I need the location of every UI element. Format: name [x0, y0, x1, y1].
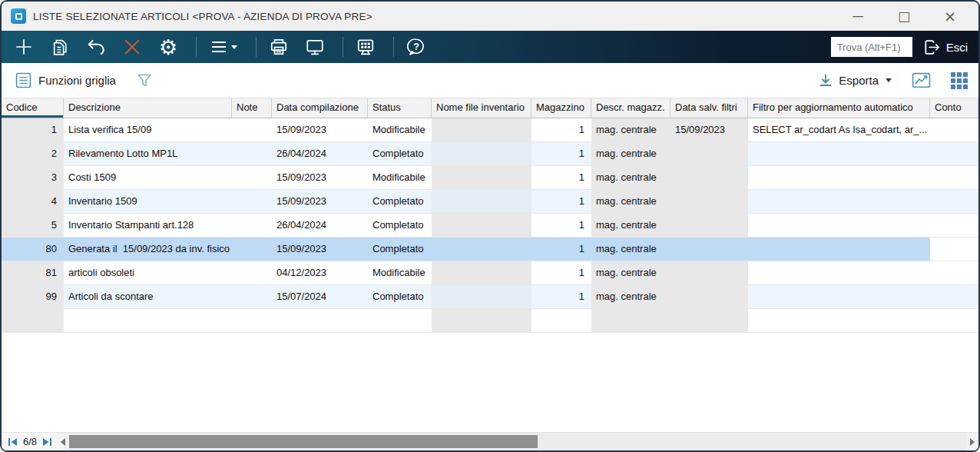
cell-data_salv	[670, 142, 748, 165]
chevron-down-icon	[886, 78, 892, 82]
cell-descr_magazz: mag. centrale	[591, 190, 670, 213]
toolbar-separator	[393, 37, 394, 57]
minimize-icon[interactable]: —	[848, 9, 868, 23]
undo-icon[interactable]	[84, 35, 108, 58]
cell-conto	[930, 142, 978, 165]
cell-data_salv	[670, 261, 748, 284]
grid-functions-button[interactable]: Funzioni griglia	[15, 72, 116, 88]
new-icon[interactable]	[12, 35, 35, 58]
table-row[interactable]: 80Generata il 15/09/2023 da inv. fisico1…	[2, 238, 978, 261]
grid-functions-label: Funzioni griglia	[38, 74, 116, 87]
column-header-conto[interactable]: Conto	[930, 98, 978, 118]
cell-codice: 1	[2, 118, 64, 141]
cell-filtro	[748, 238, 930, 261]
cell-codice: 3	[2, 166, 64, 189]
column-header-status[interactable]: Status	[368, 98, 432, 118]
column-header-codice[interactable]: Codice	[2, 98, 64, 118]
scrollbar-thumb[interactable]	[69, 435, 538, 448]
table-row[interactable]: 81articoli obsoleti04/12/2023Modificabil…	[2, 261, 978, 285]
menu-icon[interactable]	[207, 35, 240, 58]
scroll-right-icon[interactable]	[966, 433, 978, 450]
cell-status: Completato	[368, 238, 432, 261]
column-header-data_salv[interactable]: Data salv. filtri	[670, 98, 748, 118]
monitor-icon[interactable]	[303, 35, 326, 58]
table-row[interactable]: 2Rilevamento Lotto MP1L26/04/2024Complet…	[2, 142, 978, 166]
cell-descrizione: articoli obsoleti	[64, 261, 232, 284]
cell-codice: 5	[2, 214, 64, 237]
status-bar: 6/8	[2, 432, 978, 450]
column-header-magazzino[interactable]: Magazzino	[531, 98, 591, 118]
cell-codice: 81	[2, 261, 64, 284]
find-input[interactable]	[831, 37, 912, 57]
table-row[interactable]: 99Articoli da scontare15/07/2024Completa…	[2, 285, 978, 309]
cell-data_salv	[670, 190, 748, 213]
cell-data_compilazione	[272, 309, 368, 332]
table-row[interactable]: 1Lista verifica 15/0915/09/2023Modificab…	[2, 118, 978, 142]
cell-data_compilazione: 26/04/2024	[272, 214, 368, 237]
print-icon[interactable]	[267, 35, 290, 58]
scroll-left-icon[interactable]	[57, 433, 69, 450]
last-record-icon[interactable]	[42, 437, 52, 447]
cell-magazzino: 1	[531, 190, 591, 213]
cell-conto	[930, 285, 978, 308]
cell-magazzino: 1	[531, 261, 591, 284]
cell-magazzino	[531, 309, 591, 332]
settings-gear-icon[interactable]: ⚙	[157, 35, 180, 58]
column-header-filtro[interactable]: Filtro per aggiornamento automatico	[748, 98, 930, 118]
grid-bar-right: Esporta	[818, 72, 968, 89]
cell-conto	[930, 118, 978, 141]
cell-magazzino: 1	[531, 285, 591, 308]
delete-icon[interactable]	[121, 35, 144, 58]
cell-magazzino: 1	[531, 214, 591, 237]
table-row[interactable]: 4Inventario 150915/09/2023Completato1mag…	[2, 190, 978, 214]
cell-data_compilazione: 15/09/2023	[272, 190, 368, 213]
cell-nome_file	[432, 309, 531, 332]
maximize-icon[interactable]: □	[894, 8, 914, 24]
cell-nome_file	[432, 261, 531, 284]
cell-note	[232, 166, 272, 189]
grid-empty-area	[2, 333, 978, 432]
cell-conto	[930, 214, 978, 237]
cell-descrizione: Lista verifica 15/09	[64, 118, 232, 141]
svg-text:?: ?	[413, 42, 419, 52]
cell-note	[232, 261, 272, 284]
first-record-icon[interactable]	[8, 437, 18, 447]
column-header-nome_file[interactable]: Nome file inventario	[432, 98, 531, 118]
cell-filtro: SELECT ar_codart As lsa_codart, ar_...	[748, 118, 930, 141]
chart-icon	[912, 72, 931, 89]
app-window: LISTE SELEZIONATE ARTICOLI <PROVA - AZIE…	[0, 0, 980, 452]
cell-nome_file	[432, 214, 531, 237]
column-header-data_compilazione[interactable]: Data compilazione	[272, 98, 368, 118]
cell-data_compilazione: 15/09/2023	[272, 166, 368, 189]
table-row[interactable]	[2, 309, 978, 333]
cell-data_compilazione: 15/09/2023	[272, 238, 368, 261]
keypad-display-icon[interactable]	[354, 35, 377, 58]
grid-view-icon[interactable]	[951, 72, 968, 89]
table-row[interactable]: 5Inventario Stampanti art.12826/04/2024C…	[2, 214, 978, 238]
cell-data_compilazione: 15/07/2024	[272, 285, 368, 308]
toolbar-separator	[196, 37, 197, 57]
cell-data_compilazione: 26/04/2024	[272, 142, 368, 165]
cell-descrizione: Articoli da scontare	[64, 285, 232, 308]
help-icon[interactable]: ?	[405, 35, 428, 58]
table-header-row: CodiceDescrizioneNoteData compilazioneSt…	[2, 98, 978, 118]
chart-button[interactable]	[912, 72, 931, 89]
filter-funnel-icon[interactable]	[136, 72, 153, 89]
cell-magazzino: 1	[531, 238, 591, 261]
export-button[interactable]: Esporta	[818, 73, 892, 88]
horizontal-scrollbar[interactable]	[69, 433, 966, 450]
column-header-descrizione[interactable]: Descrizione	[64, 98, 232, 118]
table-row[interactable]: 3Costi 150915/09/2023Modificabile1mag. c…	[2, 166, 978, 190]
window-controls: — □ ×	[848, 8, 971, 25]
column-header-descr_magazz[interactable]: Descr. magazz.	[591, 98, 670, 118]
copy-icon[interactable]	[48, 35, 71, 58]
column-header-note[interactable]: Note	[232, 98, 272, 118]
close-icon[interactable]: ×	[940, 8, 960, 25]
cell-descr_magazz: mag. centrale	[591, 214, 670, 237]
exit-button[interactable]: Esci	[923, 38, 971, 56]
cell-descrizione: Generata il 15/09/2023 da inv. fisico	[64, 238, 232, 261]
pagination-label: 6/8	[23, 436, 37, 447]
titlebar: LISTE SELEZIONATE ARTICOLI <PROVA - AZIE…	[2, 2, 978, 31]
cell-filtro	[748, 214, 930, 237]
cell-note	[232, 118, 272, 141]
